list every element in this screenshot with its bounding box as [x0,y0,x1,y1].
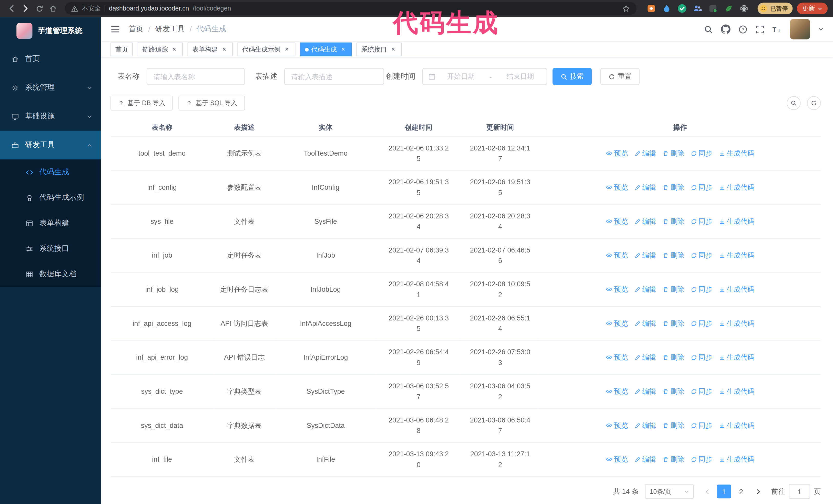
preview-action[interactable]: 预览 [606,216,628,226]
generate-code-action[interactable]: 生成代码 [719,148,754,159]
sync-action[interactable]: 同步 [691,148,713,159]
sync-action[interactable]: 同步 [691,318,713,329]
delete-action[interactable]: 删除 [663,420,684,430]
sidebar-item-form-builder[interactable]: 表单构建 [0,211,101,236]
breadcrumb-dev-tools[interactable]: 研发工具 [155,24,185,34]
delete-action[interactable]: 删除 [663,148,684,159]
hamburger-icon[interactable] [111,24,120,34]
close-icon[interactable]: × [389,46,397,53]
sync-action[interactable]: 同步 [691,284,713,294]
edit-action[interactable]: 编辑 [634,318,656,329]
search-button[interactable]: 搜索 [553,68,592,85]
tab-codegen[interactable]: 代码生成 × [300,43,352,56]
extension-people-icon[interactable] [692,3,703,14]
sidebar-item-db-doc[interactable]: 数据库文档 [0,262,101,287]
profile-paused-badge[interactable]: 已暂停 [758,3,793,14]
user-avatar[interactable] [790,19,810,40]
forward-icon[interactable] [19,2,32,15]
tab-home[interactable]: 首页 [111,43,133,56]
goto-page-input[interactable] [789,484,810,499]
preview-action[interactable]: 预览 [606,454,628,464]
sidebar-item-infra[interactable]: 基础设施 [0,102,101,131]
page-button-1[interactable]: 1 [717,484,731,498]
font-size-icon[interactable]: TT [772,25,782,33]
update-button[interactable]: 更新 [797,3,828,14]
import-db-button[interactable]: 基于 DB 导入 [111,96,173,111]
toggle-search-button[interactable] [787,96,801,110]
app-logo[interactable]: 芋道管理系统 [0,17,101,45]
extension-status-icon[interactable] [708,3,718,14]
close-icon[interactable]: × [220,46,228,53]
sidebar-item-dev-tools[interactable]: 研发工具 [0,131,101,160]
tab-trace[interactable]: 链路追踪 × [138,43,183,56]
refresh-table-button[interactable] [807,96,821,110]
extension-orange-icon[interactable] [646,3,657,14]
extension-drop-icon[interactable] [662,3,672,14]
edit-action[interactable]: 编辑 [634,420,656,430]
edit-action[interactable]: 编辑 [634,454,656,464]
avatar-caret-icon[interactable] [818,27,824,32]
close-icon[interactable]: × [339,46,347,53]
generate-code-action[interactable]: 生成代码 [719,420,754,430]
edit-action[interactable]: 编辑 [634,284,656,294]
edit-action[interactable]: 编辑 [634,148,656,159]
preview-action[interactable]: 预览 [606,420,628,430]
reload-icon[interactable] [33,2,46,15]
close-icon[interactable]: × [170,46,178,53]
extensions-puzzle-icon[interactable] [738,3,749,14]
import-sql-button[interactable]: 基于 SQL 导入 [178,96,245,111]
tab-codegen-example[interactable]: 代码生成示例 × [237,43,295,56]
address-bar[interactable]: 不安全 dashboard.yudao.iocoder.cn/tool/code… [65,2,636,15]
sync-action[interactable]: 同步 [691,182,713,192]
tab-form-builder[interactable]: 表单构建 × [188,43,233,56]
reset-button[interactable]: 重置 [600,68,640,85]
sync-action[interactable]: 同步 [691,216,713,226]
table-name-input[interactable] [147,68,245,85]
generate-code-action[interactable]: 生成代码 [719,352,754,362]
preview-action[interactable]: 预览 [606,148,628,159]
generate-code-action[interactable]: 生成代码 [719,284,754,294]
sidebar-item-system[interactable]: 系统管理 [0,73,101,102]
generate-code-action[interactable]: 生成代码 [719,182,754,192]
search-icon[interactable] [704,25,713,33]
extension-check-icon[interactable] [677,3,687,14]
preview-action[interactable]: 预览 [606,352,628,362]
preview-action[interactable]: 预览 [606,284,628,294]
edit-action[interactable]: 编辑 [634,182,656,192]
date-range-picker[interactable]: 开始日期 - 结束日期 [422,68,547,85]
generate-code-action[interactable]: 生成代码 [719,250,754,261]
delete-action[interactable]: 删除 [663,318,684,329]
delete-action[interactable]: 删除 [663,216,684,226]
delete-action[interactable]: 删除 [663,454,684,464]
delete-action[interactable]: 删除 [663,386,684,396]
tab-system-api[interactable]: 系统接口 × [357,43,402,56]
sidebar-item-codegen[interactable]: 代码生成 [0,160,101,185]
extension-leaf-icon[interactable] [723,3,734,14]
table-desc-input[interactable] [284,68,384,85]
page-button-2[interactable]: 2 [734,484,748,498]
sync-action[interactable]: 同步 [691,250,713,261]
breadcrumb-home[interactable]: 首页 [129,24,144,34]
delete-action[interactable]: 删除 [663,352,684,362]
github-icon[interactable] [721,24,731,34]
next-page-button[interactable] [751,484,765,498]
edit-action[interactable]: 编辑 [634,352,656,362]
edit-action[interactable]: 编辑 [634,216,656,226]
sync-action[interactable]: 同步 [691,386,713,396]
home-icon[interactable] [47,2,60,15]
sidebar-item-system-api[interactable]: 系统接口 [0,236,101,261]
fullscreen-icon[interactable] [755,25,764,33]
sync-action[interactable]: 同步 [691,420,713,430]
bookmark-star-icon[interactable] [622,5,630,13]
sync-action[interactable]: 同步 [691,454,713,464]
close-icon[interactable]: × [283,46,291,53]
delete-action[interactable]: 删除 [663,182,684,192]
generate-code-action[interactable]: 生成代码 [719,216,754,226]
page-size-select[interactable]: 10条/页 [645,484,694,499]
preview-action[interactable]: 预览 [606,250,628,261]
prev-page-button[interactable] [700,484,714,498]
edit-action[interactable]: 编辑 [634,250,656,261]
generate-code-action[interactable]: 生成代码 [719,454,754,464]
sidebar-item-home[interactable]: 首页 [0,45,101,73]
edit-action[interactable]: 编辑 [634,386,656,396]
